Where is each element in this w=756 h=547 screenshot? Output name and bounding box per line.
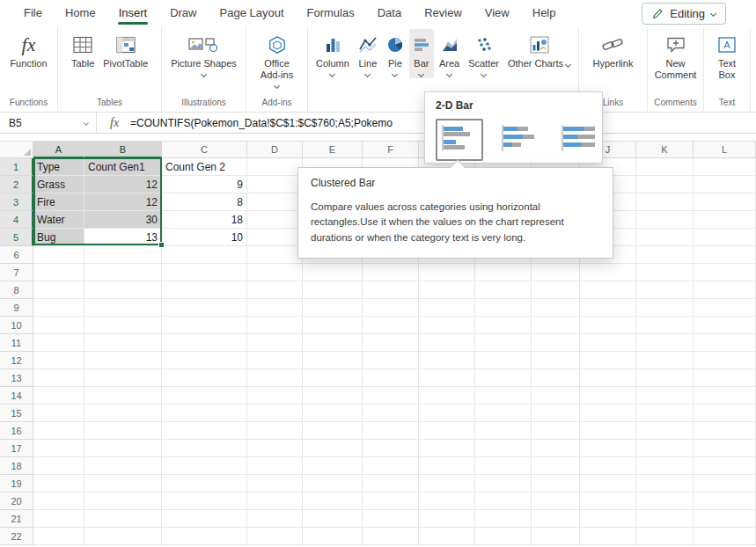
cell-B5[interactable]: 13 <box>84 229 162 246</box>
cell-D9[interactable] <box>247 299 303 317</box>
cell-J11[interactable] <box>580 334 636 352</box>
cell-I22[interactable] <box>532 528 580 545</box>
row-header-21[interactable]: 21 <box>0 510 33 528</box>
cell-G19[interactable] <box>419 475 475 492</box>
cell-A1[interactable]: Type <box>33 158 84 176</box>
tab-review[interactable]: Review <box>413 0 473 26</box>
column-header-D[interactable]: D <box>247 142 303 158</box>
cell-C12[interactable] <box>162 352 247 369</box>
cell-C13[interactable] <box>162 369 247 387</box>
column-chart-button[interactable]: Column <box>312 29 353 78</box>
office-addins-button[interactable]: Office Add-ins <box>250 29 304 90</box>
scatter-chart-button[interactable]: Scatter <box>465 29 503 78</box>
cell-B4[interactable]: 30 <box>84 211 162 229</box>
cell-H22[interactable] <box>475 528 532 545</box>
tab-data[interactable]: Data <box>366 0 413 26</box>
select-all-corner[interactable] <box>0 142 33 158</box>
cell-D16[interactable] <box>247 422 303 440</box>
cell-G10[interactable] <box>419 317 475 334</box>
cell-L20[interactable] <box>694 492 756 510</box>
cell-A8[interactable] <box>33 281 84 299</box>
row-header-12[interactable]: 12 <box>0 352 33 369</box>
cell-A2[interactable]: Grass <box>33 176 84 193</box>
tab-formulas[interactable]: Formulas <box>296 0 366 26</box>
cell-C21[interactable] <box>162 510 247 528</box>
cell-K21[interactable] <box>636 510 694 528</box>
cell-K8[interactable] <box>636 281 694 299</box>
cell-E18[interactable] <box>303 457 363 475</box>
new-comment-button[interactable]: New Comment <box>651 29 701 83</box>
cell-K3[interactable] <box>636 193 694 211</box>
cell-G15[interactable] <box>419 405 475 422</box>
cell-A22[interactable] <box>33 528 84 545</box>
column-header-C[interactable]: C <box>162 142 247 158</box>
cell-K9[interactable] <box>636 299 694 317</box>
clustered-bar-option[interactable] <box>436 119 483 161</box>
cell-K2[interactable] <box>636 176 694 193</box>
cell-A15[interactable] <box>33 405 84 422</box>
cell-H20[interactable] <box>475 492 532 510</box>
cell-D4[interactable] <box>247 211 303 229</box>
column-header-A[interactable]: A <box>33 142 84 158</box>
cell-J21[interactable] <box>580 510 636 528</box>
cell-C3[interactable]: 8 <box>162 193 247 211</box>
cell-E22[interactable] <box>303 528 363 545</box>
cell-B3[interactable]: 12 <box>84 193 162 211</box>
cell-K14[interactable] <box>636 387 694 405</box>
cell-C17[interactable] <box>162 440 247 457</box>
cell-C4[interactable]: 18 <box>162 211 247 229</box>
column-header-K[interactable]: K <box>636 142 694 158</box>
cell-F7[interactable] <box>363 264 419 281</box>
tab-file[interactable]: File <box>12 0 54 26</box>
cell-J7[interactable] <box>580 264 636 281</box>
cell-D1[interactable] <box>247 158 303 176</box>
cell-I19[interactable] <box>532 475 580 492</box>
cell-A19[interactable] <box>33 475 84 492</box>
cell-B1[interactable]: Count Gen1 <box>84 158 162 176</box>
cell-K11[interactable] <box>636 334 694 352</box>
fill-handle[interactable] <box>158 242 165 248</box>
editing-button[interactable]: Editing <box>642 3 726 25</box>
cell-B9[interactable] <box>84 299 162 317</box>
cell-B8[interactable] <box>84 281 162 299</box>
cell-I10[interactable] <box>532 317 580 334</box>
row-header-22[interactable]: 22 <box>0 528 33 545</box>
cell-J19[interactable] <box>580 475 636 492</box>
cell-A9[interactable] <box>33 299 84 317</box>
cell-I15[interactable] <box>532 405 580 422</box>
cell-D13[interactable] <box>247 369 303 387</box>
table-button[interactable]: Table <box>68 29 98 71</box>
cell-G9[interactable] <box>419 299 475 317</box>
cell-J14[interactable] <box>580 387 636 405</box>
cell-C9[interactable] <box>162 299 247 317</box>
cell-I14[interactable] <box>532 387 580 405</box>
row-header-8[interactable]: 8 <box>0 281 33 299</box>
cell-K1[interactable] <box>636 158 694 176</box>
cell-E9[interactable] <box>303 299 363 317</box>
cell-B2[interactable]: 12 <box>84 176 162 193</box>
cell-G16[interactable] <box>419 422 475 440</box>
cell-E12[interactable] <box>303 352 363 369</box>
cell-A20[interactable] <box>33 492 84 510</box>
cell-E10[interactable] <box>303 317 363 334</box>
name-box[interactable]: B5 <box>0 113 97 133</box>
cell-K6[interactable] <box>636 246 694 264</box>
cell-F14[interactable] <box>363 387 419 405</box>
cell-J16[interactable] <box>580 422 636 440</box>
cell-L16[interactable] <box>694 422 756 440</box>
cell-K16[interactable] <box>636 422 694 440</box>
cell-L15[interactable] <box>694 405 756 422</box>
bar-chart-button[interactable]: Bar <box>409 29 434 78</box>
cell-I13[interactable] <box>532 369 580 387</box>
cell-K5[interactable] <box>636 229 694 246</box>
cell-I21[interactable] <box>532 510 580 528</box>
cell-C7[interactable] <box>162 264 247 281</box>
row-header-5[interactable]: 5 <box>0 229 33 246</box>
cell-D20[interactable] <box>247 492 303 510</box>
cell-F16[interactable] <box>363 422 419 440</box>
cell-L22[interactable] <box>694 528 756 545</box>
cell-A13[interactable] <box>33 369 84 387</box>
cell-C6[interactable] <box>162 246 247 264</box>
cell-D7[interactable] <box>247 264 303 281</box>
cell-I9[interactable] <box>532 299 580 317</box>
